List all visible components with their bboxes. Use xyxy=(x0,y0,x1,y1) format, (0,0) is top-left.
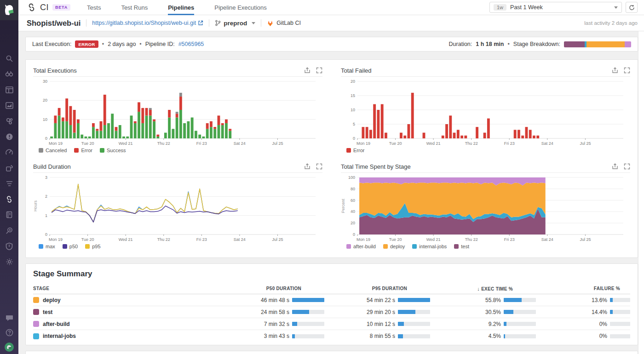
branch-selector[interactable]: preprod xyxy=(215,20,255,27)
watchdog-icon[interactable] xyxy=(4,69,14,79)
build-duration-chart[interactable]: 0123Mon 19Tue 20Wed 21Thu 22Fri 23Sat 24… xyxy=(33,174,318,243)
legend-item-test[interactable]: test xyxy=(454,244,469,249)
expand-icon[interactable] xyxy=(316,163,322,170)
legend-item-internal-jobs[interactable]: internal-jobs xyxy=(412,244,447,249)
legend-item-Canceled[interactable]: Canceled xyxy=(39,148,67,153)
dashboards-icon[interactable] xyxy=(4,85,14,95)
provider-name: GitLab CI xyxy=(276,20,301,26)
log-search-icon[interactable] xyxy=(4,225,14,235)
service-map-icon[interactable] xyxy=(4,116,14,126)
legend-item-Error[interactable]: Error xyxy=(74,148,92,153)
expand-icon[interactable] xyxy=(624,163,630,170)
notebooks-icon[interactable] xyxy=(4,210,14,220)
bar-segment xyxy=(518,130,520,138)
ci-provider: GitLab CI xyxy=(267,20,301,27)
bar-segment xyxy=(88,137,91,138)
svg-text:80: 80 xyxy=(351,187,355,191)
datadog-bits-green-icon[interactable] xyxy=(4,342,14,352)
total-executions-chart[interactable]: 0102030Mon 19Tue 20Wed 21Thu 22Fri 23Sat… xyxy=(33,78,318,147)
bar-segment xyxy=(221,123,224,125)
scrollbar-gutter[interactable] xyxy=(638,31,644,354)
legend-swatch-icon xyxy=(85,244,90,249)
repo-url-link[interactable]: https://gitlab.shopist.io/Shopist/web-ui… xyxy=(92,20,203,26)
legend-item-p50[interactable]: p50 xyxy=(63,244,78,249)
main-area: CI BETA Tests Test Runs Pipelines Pipeli… xyxy=(18,0,644,354)
apm-gauge-icon[interactable] xyxy=(4,147,14,157)
bar-segment xyxy=(400,133,402,138)
ci-icon[interactable] xyxy=(4,194,14,204)
dot-separator: • xyxy=(102,41,104,47)
table-row-test[interactable]: test24 min 58 s29 min 20 s30.5%14.4% xyxy=(33,306,630,318)
export-icon[interactable] xyxy=(304,67,310,74)
pipelines-list-icon[interactable] xyxy=(4,178,14,188)
value-bar-track xyxy=(504,310,536,314)
svg-text:0: 0 xyxy=(45,232,47,237)
legend-swatch-icon xyxy=(383,244,388,249)
column-header-exec-time[interactable]: ↓EXEC TIME % xyxy=(430,286,536,291)
gitlab-icon xyxy=(267,20,274,27)
exec-time-cell: 30.5% xyxy=(430,309,536,315)
monitors-icon[interactable] xyxy=(4,131,14,142)
bar-segment xyxy=(153,121,155,138)
value-bar-track xyxy=(398,310,430,314)
expand-icon[interactable] xyxy=(316,67,322,74)
legend-label: p95 xyxy=(92,244,100,249)
column-header-p50[interactable]: P50 DURATION xyxy=(218,286,324,291)
settings-gear-icon[interactable] xyxy=(4,257,14,267)
export-icon[interactable] xyxy=(612,163,618,170)
bar-segment xyxy=(134,121,137,123)
security-shield-icon[interactable] xyxy=(4,241,14,251)
search-icon[interactable] xyxy=(4,53,14,63)
export-icon[interactable] xyxy=(304,163,310,170)
tab-pipelines[interactable]: Pipelines xyxy=(168,0,194,15)
pipeline-id-link[interactable]: #5065965 xyxy=(178,41,204,47)
column-header-p95[interactable]: P95 DURATION xyxy=(324,286,430,291)
legend-item-max[interactable]: max xyxy=(39,244,55,249)
legend-item-deploy[interactable]: deploy xyxy=(383,244,405,249)
legend-item-after-build[interactable]: after-build xyxy=(346,244,376,249)
page-title: Shopist/web-ui xyxy=(27,19,80,28)
expand-icon[interactable] xyxy=(624,67,630,74)
legend-swatch-icon xyxy=(39,244,43,249)
exec-time-cell: 4.5% xyxy=(430,333,536,339)
svg-text:Mon 19: Mon 19 xyxy=(49,141,63,146)
column-header-failure[interactable]: FAILURE % xyxy=(536,286,630,291)
metrics-icon[interactable] xyxy=(4,100,14,110)
p50-duration-cell: 46 min 48 s xyxy=(218,297,324,303)
table-row-after-build[interactable]: after-build7 min 32 s10 min 12 s9.2%0% xyxy=(33,318,630,330)
tab-pipeline-executions[interactable]: Pipeline Executions xyxy=(214,0,266,15)
svg-text:Jul 25: Jul 25 xyxy=(272,141,283,146)
legend-item-Error[interactable]: Error xyxy=(346,148,364,153)
svg-text:100: 100 xyxy=(348,175,355,180)
datadog-logo[interactable] xyxy=(0,0,18,20)
legend-item-Success[interactable]: Success xyxy=(100,148,126,153)
table-row-deploy[interactable]: deploy46 min 48 s54 min 22 s55.8%13.6% xyxy=(33,294,630,306)
exec-time-cell: 9.2% xyxy=(430,321,536,327)
integrations-icon[interactable] xyxy=(4,163,14,173)
time-range-select[interactable]: 1w Past 1 Week xyxy=(489,2,622,13)
tab-tests[interactable]: Tests xyxy=(87,0,101,15)
p95-duration-cell: 54 min 22 s xyxy=(324,297,430,303)
value-text: 4.5% xyxy=(489,333,501,339)
chat-bubble-icon[interactable] xyxy=(4,313,14,323)
legend-item-p95[interactable]: p95 xyxy=(85,244,100,249)
bar-segment xyxy=(183,123,186,138)
column-header-stage[interactable]: STAGE xyxy=(33,286,218,291)
svg-text:Tue 20: Tue 20 xyxy=(81,141,94,146)
time-by-stage-chart[interactable]: 020406080100Mon 19Tue 20Wed 21Thu 22Fri … xyxy=(341,174,626,243)
bar-segment xyxy=(229,131,231,138)
chart-title: Build Duration xyxy=(33,163,71,170)
bar-segment xyxy=(187,121,190,138)
svg-text:20: 20 xyxy=(351,221,355,225)
table-row-internal-jobs[interactable]: internal-jobs3 min 43 s8 min 55 s4.5%0% xyxy=(33,330,630,342)
bar-segment xyxy=(141,108,144,123)
tab-test-runs[interactable]: Test Runs xyxy=(121,0,148,15)
help-icon[interactable] xyxy=(4,327,14,337)
total-failed-chart[interactable]: 05101520Mon 19Tue 20Wed 21Thu 22Fri 23Sa… xyxy=(341,78,626,147)
svg-text:10: 10 xyxy=(351,108,355,112)
svg-text:Sat 24: Sat 24 xyxy=(541,237,553,242)
value-bar-track xyxy=(610,310,630,314)
export-icon[interactable] xyxy=(612,67,618,74)
bar-segment xyxy=(138,112,140,138)
refresh-button[interactable] xyxy=(626,2,638,13)
